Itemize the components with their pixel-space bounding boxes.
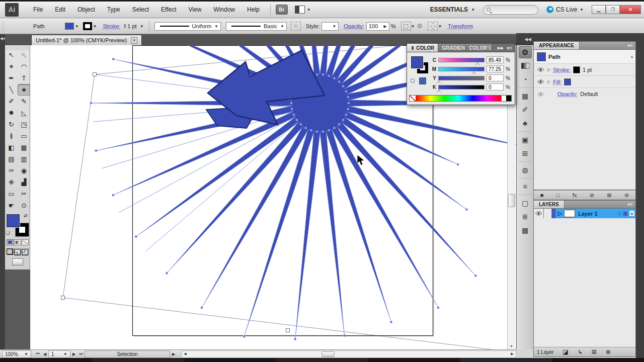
delete-item-button[interactable]: ⊖	[624, 192, 629, 199]
create-sublayer-button[interactable]: ↳	[578, 348, 583, 355]
symbols-panel-icon[interactable]: ♣	[519, 117, 532, 129]
slider-value-m[interactable]: 77.25	[487, 65, 504, 72]
stroke-color-dropdown[interactable]: ▼	[83, 22, 97, 30]
swatches-panel-icon[interactable]: ▦	[519, 90, 532, 102]
scroll-down-icon[interactable]: ▼	[508, 343, 515, 349]
slider-marker[interactable]	[437, 81, 441, 84]
add-new-stroke-button[interactable]: ■	[540, 192, 544, 198]
slider-value-c[interactable]: 85.49	[487, 56, 504, 63]
layer-row[interactable]: ▷ Layer 1 ○ ▲	[534, 209, 635, 218]
tab-close-icon[interactable]: ✕	[131, 37, 137, 44]
visibility-eye-icon[interactable]	[536, 79, 545, 84]
layer-disclosure-icon[interactable]: ▷	[556, 209, 564, 218]
stroke-panel-icon[interactable]: ≡	[519, 180, 532, 193]
bridge-button[interactable]: Br	[276, 5, 288, 15]
menu-select[interactable]: Select	[127, 4, 154, 15]
color-mode-button[interactable]	[7, 239, 14, 245]
paintbrush-tool[interactable]: ✐	[5, 96, 18, 107]
cs-live-button[interactable]: CS Live ▼	[546, 6, 584, 13]
graphic-styles-panel-icon[interactable]: ▣	[519, 134, 532, 146]
menu-effect[interactable]: Effect	[155, 4, 182, 15]
blob-brush-tool[interactable]: ✹	[5, 107, 18, 119]
scroll-right-icon[interactable]: ▶	[509, 352, 516, 356]
dock-collapse-bar[interactable]: ◀◀	[516, 33, 533, 45]
document-tab[interactable]: Untitled-1* @ 100% (CMYK/Preview) ✕	[31, 35, 142, 45]
minimize-button[interactable]: ▁	[592, 5, 606, 14]
type-tool[interactable]: T	[18, 72, 30, 84]
search-input[interactable]	[483, 5, 538, 15]
black-swatch[interactable]	[506, 96, 511, 101]
line-segment-tool[interactable]: ╲	[5, 84, 18, 96]
slider-marker[interactable]	[437, 90, 441, 93]
fill-indicator[interactable]	[7, 214, 20, 227]
menu-file[interactable]: File	[28, 4, 48, 15]
create-new-layer-button[interactable]: ⊞	[592, 348, 597, 355]
fill-proxy-swatch[interactable]	[411, 56, 423, 68]
panel-menu-icon[interactable]: ▾≡	[627, 201, 635, 208]
none-mode-button[interactable]	[22, 239, 29, 245]
slider-track-m[interactable]	[438, 67, 485, 71]
draw-normal-button[interactable]: ❏	[7, 248, 14, 254]
scroll-left-icon[interactable]: ◀	[182, 352, 189, 356]
scroll-up-icon[interactable]: ▲	[629, 211, 634, 216]
previous-artboard-icon[interactable]: ◀	[41, 352, 48, 356]
slider-marker[interactable]	[475, 63, 479, 66]
scale-tool[interactable]: ◳	[18, 119, 30, 130]
layers-panel-tab[interactable]: LAYERS	[534, 201, 565, 208]
color-spectrum-bar[interactable]	[409, 95, 512, 102]
width-profile-dropdown[interactable]: Uniform ▼	[154, 22, 221, 31]
opacity-field[interactable]: 100 ▶	[366, 22, 389, 31]
web-safe-cube-icon[interactable]: ⬡	[410, 77, 415, 84]
shape-mode-icon[interactable]: ⁘	[291, 22, 301, 31]
slider-track-k[interactable]	[438, 85, 485, 89]
artboard-tool[interactable]: ▭	[5, 188, 18, 200]
last-artboard-icon[interactable]: ⏭	[77, 351, 85, 356]
menu-help[interactable]: Help	[242, 4, 265, 15]
slice-tool[interactable]: ✂	[18, 188, 30, 200]
width-tool[interactable]: ≬	[5, 130, 18, 142]
color-guide-panel-icon[interactable]: ◔	[519, 73, 532, 85]
draw-behind-button[interactable]: ◱	[14, 248, 21, 254]
first-artboard-icon[interactable]: ⏮	[34, 351, 41, 356]
menu-object[interactable]: Object	[72, 4, 101, 15]
expand-panel-icon[interactable]: ▶▶	[498, 46, 504, 50]
layer-name[interactable]: Layer 1	[578, 211, 598, 217]
close-button[interactable]: ✕	[620, 5, 641, 14]
magic-wand-tool[interactable]: ✶	[5, 61, 18, 72]
chevron-down-icon[interactable]: ▼	[438, 24, 442, 29]
vertical-scroll-thumb[interactable]	[508, 194, 515, 207]
menu-window[interactable]: Window	[208, 4, 240, 15]
chevron-down-icon[interactable]: ▼	[140, 24, 144, 29]
layer-visibility-eye-icon[interactable]	[534, 209, 544, 218]
disclosure-icon[interactable]: ▷	[547, 67, 550, 72]
panel-menu-icon[interactable]: ▾≡	[627, 42, 635, 49]
arrange-documents-button[interactable]: ▼	[295, 6, 311, 14]
align-panel-icon[interactable]: ≣	[519, 211, 532, 223]
duplicate-item-button[interactable]: ⊞	[607, 192, 611, 199]
screen-mode-button[interactable]	[12, 258, 23, 265]
slider-track-c[interactable]	[438, 58, 485, 62]
white-swatch[interactable]	[501, 96, 506, 101]
direct-selection-tool[interactable]: ↖	[18, 49, 30, 61]
fill-color-dropdown[interactable]: ▼	[65, 23, 79, 30]
stroke-weight-value[interactable]: 1 pt	[127, 23, 136, 29]
web-safe-color-swatch[interactable]	[419, 77, 426, 84]
layer-thumbnail[interactable]	[564, 210, 575, 217]
chevron-down-icon[interactable]: ▼	[411, 24, 415, 29]
perspective-grid-tool[interactable]: ▦	[18, 142, 30, 153]
transform-link[interactable]: Transform	[448, 23, 473, 29]
rotate-tool[interactable]: ↻	[5, 119, 18, 130]
fill-swatch[interactable]	[564, 78, 571, 85]
fill-stroke-indicator[interactable]: ⇄ ❏	[7, 214, 29, 236]
make-clipping-mask-button[interactable]: ◪	[562, 348, 568, 355]
spectrum-ramp[interactable]	[416, 96, 501, 101]
lasso-tool[interactable]: ◠	[18, 61, 30, 72]
stroke-swatch[interactable]	[573, 66, 580, 73]
next-artboard-icon[interactable]: ▶	[70, 352, 77, 356]
hand-tool[interactable]: ☛	[5, 200, 18, 211]
eyedropper-tool[interactable]: ✑	[5, 165, 18, 176]
collapse-icon[interactable]: ◀◀	[0, 36, 5, 41]
gradient-mode-button[interactable]	[14, 239, 21, 245]
zoom-tool[interactable]: ⊙	[18, 200, 30, 211]
artboard-number-dropdown[interactable]: 1 ▼	[48, 350, 70, 358]
